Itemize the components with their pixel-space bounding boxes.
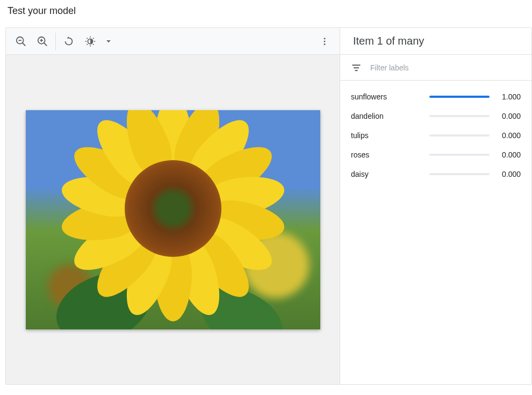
prediction-label: roses [351, 150, 423, 159]
page-title: Test your model [5, 5, 532, 17]
rotate-button[interactable] [58, 31, 80, 52]
filter-labels-input[interactable] [370, 63, 521, 72]
prediction-bar [429, 134, 490, 137]
svg-rect-20 [354, 67, 359, 68]
prediction-bar [429, 173, 490, 175]
zoom-in-icon [37, 35, 48, 47]
toolbar-separator [55, 33, 56, 50]
test-image [26, 110, 320, 329]
prediction-bar [429, 96, 490, 98]
brightness-icon [84, 35, 96, 47]
prediction-score: 0.000 [496, 131, 521, 140]
filter-row [340, 55, 531, 81]
zoom-out-icon [15, 35, 27, 47]
prediction-bar [429, 115, 490, 117]
prediction-row: daisy0.000 [351, 164, 521, 184]
prediction-label: tulips [351, 131, 423, 140]
svg-line-4 [44, 42, 47, 46]
svg-line-14 [87, 44, 88, 45]
svg-rect-19 [353, 64, 361, 66]
svg-point-18 [324, 43, 326, 45]
zoom-out-button[interactable] [10, 31, 32, 52]
prediction-score: 0.000 [496, 150, 521, 159]
svg-line-1 [23, 42, 26, 46]
prediction-row: tulips0.000 [351, 126, 521, 145]
model-test-panel: Item 1 of many sunflowers1.000dandelion0… [5, 27, 532, 385]
svg-line-15 [93, 38, 94, 38]
filter-list-icon [351, 62, 362, 73]
chevron-down-icon [106, 39, 111, 44]
image-canvas[interactable] [6, 55, 340, 384]
svg-rect-21 [355, 70, 358, 71]
viewer-toolbar [6, 28, 340, 55]
prediction-list: sunflowers1.000dandelion0.000tulips0.000… [340, 81, 531, 190]
prediction-score: 0.000 [496, 112, 521, 120]
prediction-row: roses0.000 [351, 145, 521, 164]
zoom-in-button[interactable] [32, 31, 53, 52]
brightness-dropdown[interactable] [98, 31, 119, 52]
svg-line-13 [93, 44, 94, 45]
image-viewer-pane [6, 28, 340, 384]
prediction-score: 1.000 [496, 92, 521, 101]
svg-point-16 [324, 38, 326, 39]
item-counter: Item 1 of many [340, 28, 531, 55]
svg-point-17 [324, 40, 326, 42]
more-vert-icon [320, 37, 329, 46]
prediction-row: dandelion0.000 [351, 106, 521, 126]
prediction-score: 0.000 [496, 170, 521, 178]
predictions-pane: Item 1 of many sunflowers1.000dandelion0… [340, 28, 531, 384]
prediction-label: sunflowers [351, 92, 423, 101]
prediction-label: daisy [351, 170, 423, 178]
rotate-icon [63, 35, 75, 47]
prediction-bar [429, 154, 490, 156]
svg-line-12 [87, 38, 88, 38]
more-options-button[interactable] [314, 31, 335, 52]
prediction-label: dandelion [351, 112, 423, 120]
prediction-row: sunflowers1.000 [351, 87, 521, 106]
